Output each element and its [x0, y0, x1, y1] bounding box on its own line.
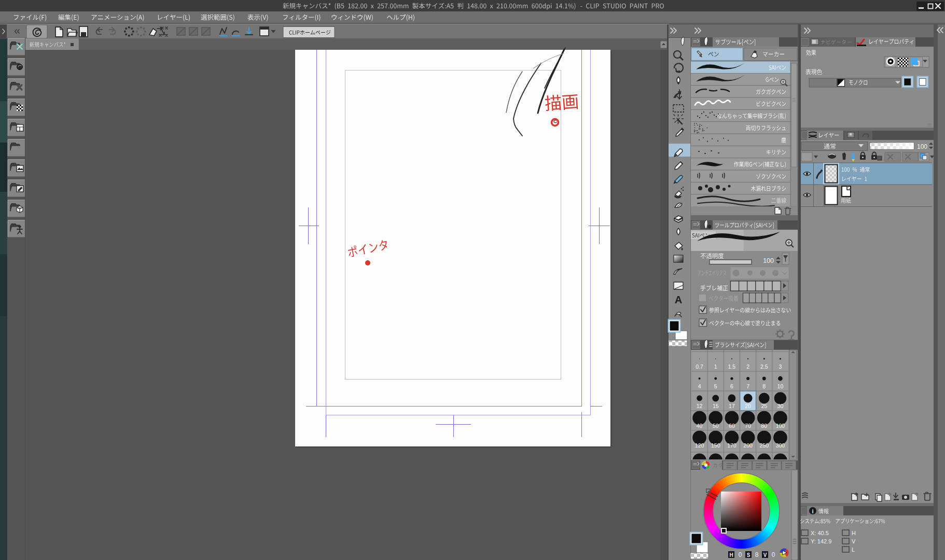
svg-text:1.5: 1.5 — [728, 363, 736, 370]
svg-text:50: 50 — [713, 423, 719, 429]
svg-text:Y: 142.9: Y: 142.9 — [811, 538, 831, 544]
svg-text:7: 7 — [746, 383, 749, 389]
svg-text:0: 0 — [772, 551, 775, 558]
svg-text:3: 3 — [779, 363, 782, 370]
svg-text:X: 40.5: X: 40.5 — [811, 530, 829, 536]
svg-text:S: S — [747, 552, 751, 558]
svg-text:20: 20 — [745, 403, 751, 409]
svg-text:40: 40 — [697, 423, 703, 429]
svg-text:V: V — [763, 552, 767, 558]
svg-text:120: 120 — [695, 442, 704, 449]
svg-text:300: 300 — [776, 442, 785, 449]
svg-text:4: 4 — [698, 383, 701, 389]
svg-text:0.7: 0.7 — [696, 363, 703, 370]
svg-text:70: 70 — [745, 423, 751, 429]
svg-text:15: 15 — [713, 403, 719, 409]
svg-text:200: 200 — [743, 442, 753, 449]
svg-text:5: 5 — [714, 383, 717, 389]
svg-text:H: H — [852, 530, 856, 536]
svg-text:8: 8 — [755, 551, 759, 558]
svg-text:100: 100 — [917, 143, 927, 150]
svg-text:A: A — [675, 294, 682, 305]
svg-text:i: i — [812, 508, 813, 514]
svg-text:100: 100 — [763, 257, 774, 264]
svg-text:0: 0 — [739, 551, 742, 558]
svg-text:V: V — [852, 538, 856, 544]
svg-text:10: 10 — [777, 383, 784, 389]
svg-text:6: 6 — [730, 383, 733, 389]
svg-text:8: 8 — [762, 383, 766, 389]
svg-text:150: 150 — [711, 442, 720, 449]
svg-text:17: 17 — [729, 403, 735, 409]
svg-text:H: H — [729, 552, 733, 558]
svg-text:30: 30 — [777, 403, 784, 409]
svg-text:100: 100 — [776, 423, 785, 429]
svg-text:60: 60 — [729, 423, 735, 429]
svg-text:L: L — [852, 547, 855, 553]
svg-text:1: 1 — [714, 363, 717, 370]
svg-text:80: 80 — [761, 423, 767, 429]
svg-text:170: 170 — [727, 442, 736, 449]
svg-text:25: 25 — [761, 403, 767, 409]
svg-text:2: 2 — [746, 363, 749, 370]
svg-text:2.5: 2.5 — [760, 363, 768, 370]
svg-text:250: 250 — [759, 442, 769, 449]
svg-text:12: 12 — [697, 403, 703, 409]
